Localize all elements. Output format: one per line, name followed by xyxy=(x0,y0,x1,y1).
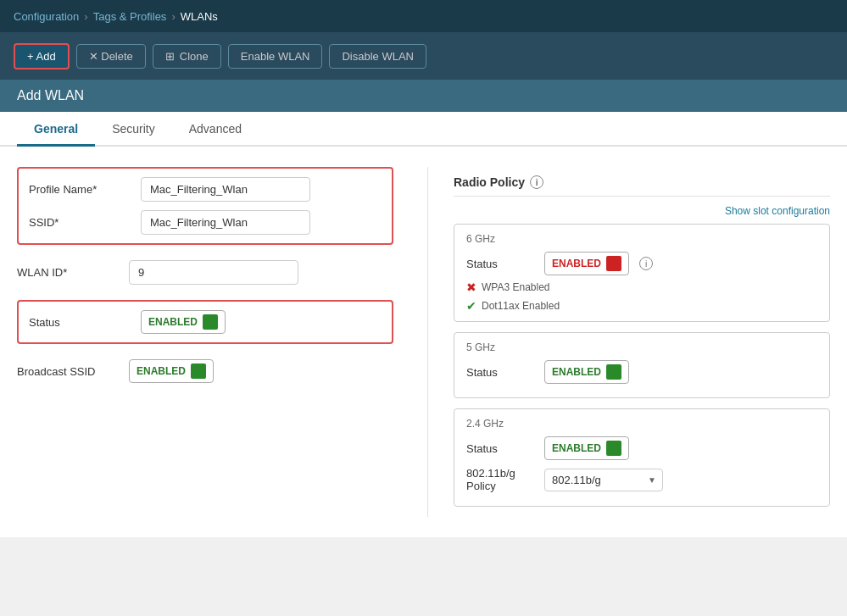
radio-policy-header: Radio Policy i xyxy=(454,167,830,197)
breadcrumb-tags-profiles[interactable]: Tags & Profiles xyxy=(93,10,167,23)
status-dot-green-24ghz xyxy=(606,441,621,456)
dot11ax-check-icon: ✔ xyxy=(466,299,476,313)
add-button[interactable]: + Add xyxy=(14,43,70,69)
ssid-input[interactable] xyxy=(141,210,310,235)
status-badge-6ghz[interactable]: ENABLED xyxy=(544,252,629,275)
freq-title-6ghz: 6 GHz xyxy=(466,233,817,245)
status-dot-green-5ghz xyxy=(606,364,621,380)
wlan-id-row: WLAN ID* xyxy=(17,260,393,285)
breadcrumb-sep-2: › xyxy=(171,10,175,23)
freq-status-label-6ghz: Status xyxy=(466,258,534,270)
freq-info-icon-6ghz[interactable]: i xyxy=(639,257,653,270)
freq-title-24ghz: 2.4 GHz xyxy=(466,418,817,430)
ssid-row: SSID* xyxy=(29,210,382,235)
disable-wlan-button[interactable]: Disable WLAN xyxy=(329,44,426,69)
panel-header: Add WLAN xyxy=(0,80,847,112)
broadcast-dot-green xyxy=(191,363,206,379)
breadcrumb-sep-1: › xyxy=(84,10,87,23)
status-badge-enabled[interactable]: ENABLED xyxy=(141,310,226,334)
freq-section-6ghz: 6 GHz Status ENABLED i ✖ WPA3 Enabled ✔ … xyxy=(454,224,830,322)
show-slot-link[interactable]: Show slot configuration xyxy=(454,205,830,217)
status-text-6ghz: ENABLED xyxy=(552,258,601,269)
policy-select-wrapper: 802.11b/g 802.11b 802.11g ▼ xyxy=(544,469,663,491)
status-badge-5ghz[interactable]: ENABLED xyxy=(544,360,629,384)
clone-button[interactable]: ⊞ Clone xyxy=(153,44,221,69)
broadcast-ssid-label: Broadcast SSID xyxy=(17,365,119,378)
dot11ax-label: Dot11ax Enabled xyxy=(482,300,560,312)
status-text-24ghz: ENABLED xyxy=(552,442,601,454)
tab-general[interactable]: General xyxy=(17,112,95,147)
status-row: Status ENABLED xyxy=(29,310,382,334)
tabs-row: General Security Advanced xyxy=(0,112,847,147)
form-left: Profile Name* SSID* WLAN ID* Status EN xyxy=(17,167,427,517)
freq-status-row-24ghz: Status ENABLED xyxy=(466,436,817,460)
wlan-id-label: WLAN ID* xyxy=(17,266,119,279)
status-dot-red-6ghz xyxy=(606,256,621,271)
toolbar: + Add ✕ Delete ⊞ Clone Enable WLAN Disab… xyxy=(0,32,847,80)
wpa3-row: ✖ WPA3 Enabled xyxy=(466,280,817,294)
freq-status-label-24ghz: Status xyxy=(466,442,534,455)
breadcrumb-wlans: WLANs xyxy=(181,10,218,23)
profile-name-row: Profile Name* xyxy=(29,177,382,202)
status-group: Status ENABLED xyxy=(17,300,393,344)
profile-name-input[interactable] xyxy=(141,177,310,202)
delete-button[interactable]: ✕ Delete xyxy=(76,44,146,69)
freq-policy-row-24ghz: 802.11b/g Policy 802.11b/g 802.11b 802.1… xyxy=(466,467,817,492)
breadcrumb-configuration[interactable]: Configuration xyxy=(14,10,79,23)
tab-advanced[interactable]: Advanced xyxy=(172,112,259,147)
radio-policy-info-icon[interactable]: i xyxy=(530,175,543,189)
panel-container: Add WLAN General Security Advanced Profi… xyxy=(0,80,847,537)
broadcast-ssid-row: Broadcast SSID ENABLED xyxy=(17,359,393,383)
freq-status-label-5ghz: Status xyxy=(466,366,534,379)
status-dot-green xyxy=(203,314,218,330)
wlan-id-input[interactable] xyxy=(129,260,298,285)
policy-select-24ghz[interactable]: 802.11b/g 802.11b 802.11g xyxy=(544,469,663,491)
tab-security[interactable]: Security xyxy=(95,112,172,147)
freq-title-5ghz: 5 GHz xyxy=(466,341,817,353)
freq-status-row-6ghz: Status ENABLED i xyxy=(466,252,817,275)
profile-ssid-group: Profile Name* SSID* xyxy=(17,167,393,245)
ssid-label: SSID* xyxy=(29,216,131,229)
status-text-5ghz: ENABLED xyxy=(552,366,601,378)
freq-section-5ghz: 5 GHz Status ENABLED xyxy=(454,332,830,398)
form-body: Profile Name* SSID* WLAN ID* Status EN xyxy=(0,147,847,537)
freq-section-24ghz: 2.4 GHz Status ENABLED 802.11b/g Policy … xyxy=(454,408,830,507)
enable-wlan-button[interactable]: Enable WLAN xyxy=(228,44,323,69)
dot11ax-row: ✔ Dot11ax Enabled xyxy=(466,299,817,313)
profile-name-label: Profile Name* xyxy=(29,183,131,196)
form-right: Radio Policy i Show slot configuration 6… xyxy=(427,167,830,517)
wpa3-error-icon: ✖ xyxy=(466,280,476,294)
status-text: ENABLED xyxy=(148,316,198,328)
status-label: Status xyxy=(29,316,131,329)
broadcast-ssid-badge[interactable]: ENABLED xyxy=(129,359,214,383)
top-bar: Configuration › Tags & Profiles › WLANs xyxy=(0,0,847,32)
freq-policy-label-24ghz: 802.11b/g Policy xyxy=(466,467,534,492)
radio-policy-title: Radio Policy xyxy=(454,175,525,189)
freq-status-row-5ghz: Status ENABLED xyxy=(466,360,817,384)
broadcast-ssid-text: ENABLED xyxy=(137,365,186,377)
wpa3-label: WPA3 Enabled xyxy=(482,281,550,293)
clone-icon: ⊞ xyxy=(165,50,175,63)
status-badge-24ghz[interactable]: ENABLED xyxy=(544,436,629,460)
